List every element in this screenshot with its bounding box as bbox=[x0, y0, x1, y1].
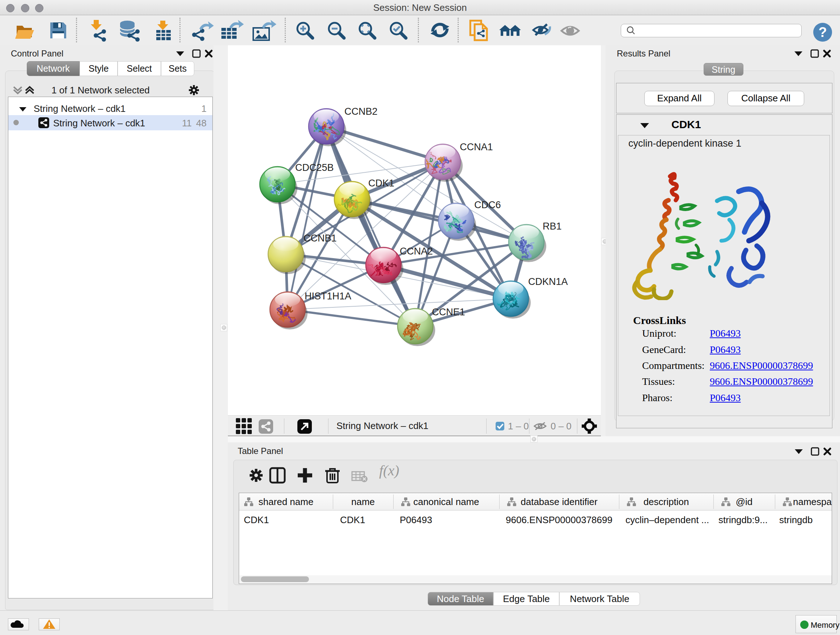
svg-text:CCNB1: CCNB1 bbox=[303, 233, 337, 244]
svg-text:CDC6: CDC6 bbox=[474, 200, 501, 211]
svg-text:CDC25B: CDC25B bbox=[295, 162, 334, 173]
svg-text:CCNE1: CCNE1 bbox=[432, 307, 465, 318]
svg-text:CDKN1A: CDKN1A bbox=[528, 276, 568, 287]
svg-text:CCNA2: CCNA2 bbox=[400, 246, 433, 257]
svg-text:CDK1: CDK1 bbox=[368, 178, 394, 188]
svg-text:HIST1H1A: HIST1H1A bbox=[305, 291, 351, 302]
svg-text:CCNA1: CCNA1 bbox=[460, 141, 493, 152]
svg-text:0 – 0: 0 – 0 bbox=[551, 421, 572, 432]
svg-text:CCNB2: CCNB2 bbox=[344, 106, 378, 117]
svg-text:1 of 1 Network selected: 1 of 1 Network selected bbox=[51, 85, 150, 96]
svg-text:RB1: RB1 bbox=[543, 221, 562, 232]
svg-text:1 – 0: 1 – 0 bbox=[508, 421, 529, 432]
svg-text:f(x): f(x) bbox=[379, 462, 399, 478]
